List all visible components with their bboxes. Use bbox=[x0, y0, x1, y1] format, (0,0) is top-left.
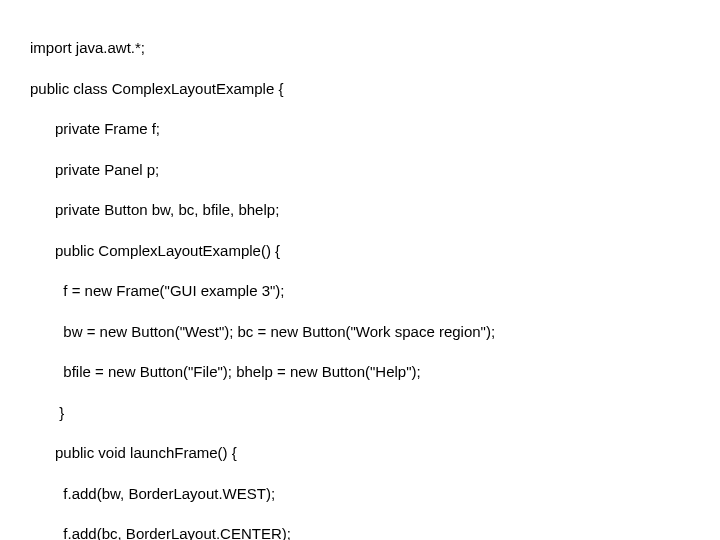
code-line: public ComplexLayoutExample() { bbox=[30, 241, 690, 261]
code-line: public void launchFrame() { bbox=[30, 443, 690, 463]
code-block: import java.awt.*; public class ComplexL… bbox=[0, 0, 720, 540]
code-line: f = new Frame("GUI example 3"); bbox=[30, 281, 690, 301]
code-line: public class ComplexLayoutExample { bbox=[30, 79, 690, 99]
code-line: f.add(bc, BorderLayout.CENTER); bbox=[30, 524, 690, 540]
code-line: private Frame f; bbox=[30, 119, 690, 139]
code-line: bfile = new Button("File"); bhelp = new … bbox=[30, 362, 690, 382]
code-line: f.add(bw, BorderLayout.WEST); bbox=[30, 484, 690, 504]
code-line: bw = new Button("West"); bc = new Button… bbox=[30, 322, 690, 342]
code-line: private Panel p; bbox=[30, 160, 690, 180]
code-line: } bbox=[30, 403, 690, 423]
code-line: private Button bw, bc, bfile, bhelp; bbox=[30, 200, 690, 220]
code-line: import java.awt.*; bbox=[30, 38, 690, 58]
